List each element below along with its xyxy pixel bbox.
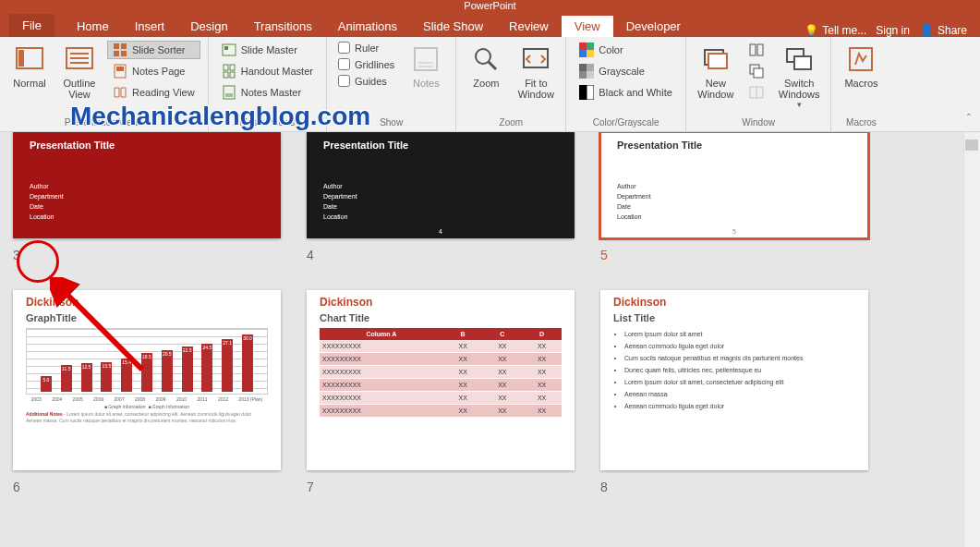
slide-title: Chart Title: [320, 312, 562, 323]
macros-button[interactable]: Macros: [839, 41, 883, 89]
notes-page-icon: [113, 64, 127, 79]
slide-title: Presentation Title: [323, 132, 558, 154]
svg-rect-7: [121, 43, 127, 49]
slide-master-icon: [222, 43, 236, 57]
ribbon: Normal Outline View Slide Sorter Notes P…: [0, 37, 980, 132]
color-button[interactable]: Color: [574, 41, 677, 59]
slide-title: GraphTitle: [26, 312, 268, 323]
tab-review[interactable]: Review: [496, 16, 562, 37]
notes-button[interactable]: Notes: [404, 41, 448, 89]
group-label: Window: [694, 115, 824, 129]
tab-home[interactable]: Home: [64, 16, 122, 37]
svg-rect-28: [587, 43, 594, 50]
arrange-icon: [749, 43, 764, 57]
reading-icon: [113, 85, 127, 100]
cascade-button[interactable]: [744, 62, 769, 80]
svg-rect-11: [116, 67, 124, 71]
group-label: Presentation Views: [7, 115, 200, 129]
cascade-icon: [749, 64, 764, 79]
slide-thumb-3[interactable]: Presentation Title AuthorDepartment Date…: [13, 132, 281, 262]
black-white-button[interactable]: Black and White: [574, 83, 677, 102]
svg-rect-17: [230, 72, 235, 78]
switch-windows-icon: [784, 44, 814, 74]
sign-in[interactable]: Sign in: [876, 24, 910, 37]
tell-me[interactable]: 💡 Tell me...: [805, 24, 866, 37]
slide-meta: AuthorDepartment DateLocation: [323, 181, 357, 222]
svg-rect-1: [18, 50, 24, 67]
tab-view[interactable]: View: [562, 16, 613, 37]
chart-table: Column ABCD XXXXXXXXXXXXXXXXXXXXXXXXXXXX…: [320, 328, 562, 418]
tab-animations[interactable]: Animations: [325, 16, 410, 37]
slide-number: 7: [307, 480, 575, 494]
group-label: Master Views: [216, 115, 319, 129]
group-color: Color Grayscale Black and White Color/Gr…: [566, 37, 685, 131]
scroll-thumb[interactable]: [965, 140, 978, 151]
reading-view-button[interactable]: Reading View: [107, 83, 200, 102]
brand: Dickinson: [613, 296, 855, 309]
svg-rect-29: [579, 50, 587, 57]
guides-checkbox[interactable]: Guides: [334, 74, 398, 88]
grayscale-button[interactable]: Grayscale: [574, 62, 677, 80]
new-window-button[interactable]: New Window: [694, 41, 738, 100]
fit-to-window-button[interactable]: Fit to Window: [514, 41, 558, 100]
slide-thumb-4[interactable]: Presentation Title AuthorDepartment Date…: [307, 132, 575, 262]
arrange-all-button[interactable]: [744, 41, 769, 59]
svg-rect-34: [587, 71, 594, 79]
slide-sorter-workspace[interactable]: Presentation Title AuthorDepartment Date…: [0, 132, 980, 547]
svg-rect-6: [114, 43, 119, 49]
collapse-ribbon-button[interactable]: ˆ: [967, 113, 971, 126]
slide-thumb-7[interactable]: Dickinson Chart Title Column ABCD XXXXXX…: [307, 290, 575, 494]
notes-master-icon: [222, 85, 236, 100]
group-presentation-views: Normal Outline View Slide Sorter Notes P…: [0, 37, 209, 131]
group-label: Show: [334, 115, 448, 129]
zoom-button[interactable]: Zoom: [464, 41, 508, 89]
footnote: Additional Notes - Lorem ipsum dolor sit…: [26, 411, 268, 424]
tab-insert[interactable]: Insert: [122, 16, 178, 37]
tab-developer[interactable]: Developer: [613, 16, 694, 37]
group-macros: Macros Macros: [831, 37, 890, 131]
tab-design[interactable]: Design: [177, 16, 240, 37]
outline-view-button[interactable]: Outline View: [57, 41, 102, 100]
slide-thumb-5[interactable]: Presentation Title AuthorDepartment Date…: [600, 132, 868, 262]
svg-rect-9: [121, 51, 127, 56]
svg-rect-8: [114, 51, 119, 56]
group-show: Ruler Gridlines Guides Notes Show: [327, 37, 456, 131]
brand: Dickinson: [320, 296, 562, 309]
svg-rect-18: [224, 86, 235, 99]
share-button[interactable]: Share: [919, 23, 967, 37]
tab-transitions[interactable]: Transitions: [241, 16, 325, 37]
new-window-icon: [701, 44, 731, 74]
switch-windows-button[interactable]: Switch Windows: [775, 41, 824, 109]
tab-slideshow[interactable]: Slide Show: [410, 16, 496, 37]
slide-number: 8: [600, 480, 868, 494]
svg-rect-30: [587, 50, 594, 57]
gridlines-checkbox[interactable]: Gridlines: [334, 57, 398, 71]
slide-meta: AuthorDepartment DateLocation: [30, 181, 64, 222]
group-label: Macros: [839, 115, 883, 129]
normal-icon: [15, 44, 44, 74]
svg-rect-15: [230, 65, 235, 70]
notes-page-button[interactable]: Notes Page: [107, 62, 200, 80]
handout-master-icon: [222, 64, 236, 79]
notes-master-button[interactable]: Notes Master: [216, 83, 319, 102]
svg-rect-27: [579, 43, 587, 50]
slide-thumb-6[interactable]: Dickinson GraphTitle 5.011.512.513.515.4…: [13, 290, 281, 494]
slide-thumb-8[interactable]: Dickinson List Title Lorem ipsum dolor s…: [600, 290, 868, 494]
ruler-checkbox[interactable]: Ruler: [334, 41, 398, 55]
slide-number: 5: [600, 248, 868, 262]
move-split-button[interactable]: [744, 83, 769, 102]
normal-view-button[interactable]: Normal: [7, 41, 52, 89]
slide-master-button[interactable]: Slide Master: [216, 41, 319, 59]
svg-rect-36: [587, 85, 594, 100]
svg-rect-35: [579, 85, 587, 100]
svg-rect-32: [587, 64, 594, 71]
svg-rect-31: [579, 64, 587, 71]
chart-xaxis: 2003200420052006200720082009201020112012…: [26, 396, 268, 402]
slide-sorter-button[interactable]: Slide Sorter: [107, 41, 200, 59]
slide-number: 6: [13, 480, 281, 494]
vertical-scrollbar[interactable]: [963, 132, 980, 547]
tab-file[interactable]: File: [9, 14, 54, 37]
title-bar: PowerPoint: [0, 0, 980, 14]
handout-master-button[interactable]: Handout Master: [216, 62, 319, 80]
svg-point-24: [476, 49, 490, 64]
